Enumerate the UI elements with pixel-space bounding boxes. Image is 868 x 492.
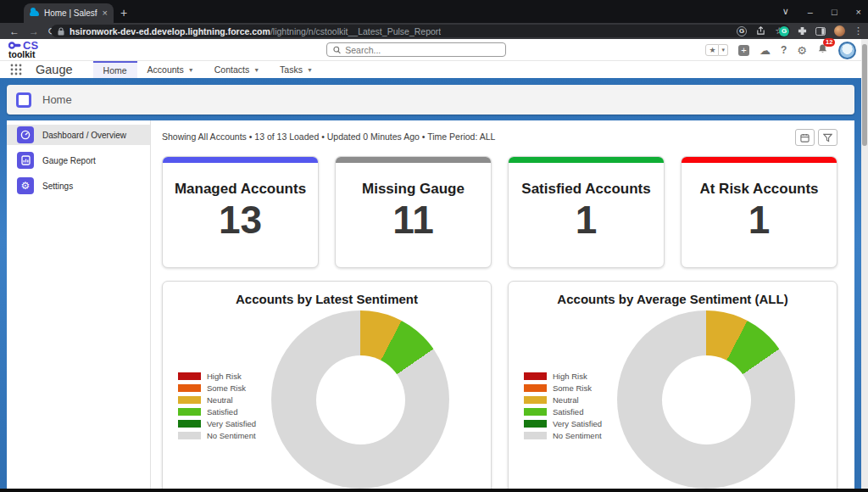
chart-latest-sentiment: Accounts by Latest Sentiment High RiskSo… (162, 281, 492, 489)
window-controls: ∨ – □ × (782, 0, 861, 23)
page-header-banner: Home (7, 85, 854, 115)
favorites-combo-button[interactable]: ★▾ (705, 44, 728, 56)
app-name: Gauge (36, 63, 73, 78)
gear-icon: ⚙ (17, 177, 34, 194)
content-panel: Dashboard / Overview Gauge Report ⚙ Sett… (7, 120, 854, 489)
legend-label: No Sentiment (553, 431, 602, 440)
header-actions: ★▾ + ☁ ? ⚙ 12 (705, 39, 856, 61)
favorites-star-icon[interactable]: ★ (705, 44, 719, 56)
google-icon[interactable]: G (737, 26, 747, 36)
back-icon[interactable]: ← (9, 26, 19, 36)
window-maximize-icon[interactable]: □ (832, 7, 837, 17)
wrench-icon (8, 42, 21, 49)
stat-card-label: At Risk Accounts (682, 181, 837, 198)
window-close-icon[interactable]: × (856, 7, 861, 17)
stat-card-at-risk-accounts: At Risk Accounts 1 (681, 156, 837, 268)
forward-icon[interactable]: → (29, 26, 39, 36)
tab-accounts[interactable]: Accounts ▼ (137, 61, 204, 78)
new-tab-button[interactable]: + (120, 4, 127, 21)
grammarly-extension-icon[interactable]: G (779, 26, 789, 36)
stat-card-value: 1 (509, 200, 664, 239)
legend-label: Some Risk (553, 383, 592, 393)
legend-swatch-icon (524, 384, 547, 392)
stat-card-value: 13 (163, 200, 318, 239)
legend-item: Some Risk (524, 383, 602, 393)
legend-label: Neutral (553, 395, 579, 405)
app-launcher-waffle-icon[interactable] (10, 64, 22, 75)
legend-label: High Risk (207, 372, 242, 381)
filter-button[interactable] (818, 129, 837, 146)
puzzle-extensions-icon[interactable] (798, 26, 807, 36)
legend-label: No Sentiment (207, 431, 256, 440)
legend-label: Neutral (207, 395, 233, 405)
window-menu-chevron-icon[interactable]: ∨ (782, 6, 789, 17)
date-range-button[interactable] (795, 129, 815, 146)
legend-swatch-icon (178, 396, 201, 404)
browser-menu-icon[interactable]: ⋮ (854, 25, 863, 36)
scrollbar-thumb[interactable] (862, 44, 867, 146)
tab-label: Tasks (280, 64, 303, 75)
url-path: /lightning/n/cstoolkit__Latest_Pulse_Rep… (270, 26, 441, 36)
legend-label: Very Satisfied (207, 419, 256, 428)
environment-cloud-icon[interactable]: ☁ (760, 45, 771, 56)
legend-item: Neutral (178, 395, 256, 405)
sidebar-item-dashboard-overview[interactable]: Dashboard / Overview (7, 125, 150, 145)
legend-label: Very Satisfied (553, 419, 602, 428)
browser-profile-avatar[interactable] (834, 25, 845, 36)
donut (271, 310, 449, 489)
browser-window: Home | Salesforce × + ∨ – □ × ← → ⟳ hsir… (0, 0, 868, 492)
bottom-edge (0, 489, 868, 492)
stat-card-managed-accounts: Managed Accounts 13 (162, 156, 319, 268)
share-icon[interactable] (756, 26, 765, 36)
chevron-down-icon[interactable]: ▼ (188, 67, 194, 73)
chart-legend: High RiskSome RiskNeutralSatisfiedVery S… (178, 372, 256, 443)
setup-gear-icon[interactable]: ⚙ (797, 45, 807, 56)
card-accent-bar (163, 157, 318, 163)
url-text: hsironwork-dev-ed.develop.lightning.forc… (70, 26, 441, 36)
notification-badge: 12 (823, 38, 835, 47)
sidebar-item-settings[interactable]: ⚙ Settings (7, 176, 150, 196)
calendar-icon (800, 133, 810, 143)
browser-tab[interactable]: Home | Salesforce × (24, 3, 114, 23)
tab-home[interactable]: Home (93, 61, 137, 78)
tab-close-icon[interactable]: × (103, 8, 108, 18)
legend-swatch-icon (524, 432, 547, 439)
user-avatar[interactable] (838, 42, 856, 59)
browser-toolbar: ← → ⟳ hsironwork-dev-ed.develop.lightnin… (0, 23, 868, 39)
chart-title: Accounts by Latest Sentiment (163, 292, 491, 306)
chevron-down-icon[interactable]: ▼ (253, 67, 259, 73)
side-panel-icon[interactable] (815, 27, 826, 36)
legend-item: Very Satisfied (178, 419, 256, 428)
page-title: Home (42, 93, 72, 106)
notifications-button[interactable]: 12 (817, 42, 828, 58)
legend-item: No Sentiment (178, 431, 256, 440)
tab-tasks[interactable]: Tasks ▼ (270, 61, 323, 78)
dashboard-main: Showing All Accounts • 13 of 13 Loaded •… (151, 120, 854, 489)
favorites-chevron-icon[interactable]: ▾ (719, 44, 728, 56)
chevron-down-icon[interactable]: ▼ (307, 67, 313, 73)
legend-item: Very Satisfied (524, 419, 602, 428)
stat-card-value: 1 (682, 200, 837, 239)
sidebar-item-gauge-report[interactable]: Gauge Report (7, 150, 150, 171)
window-minimize-icon[interactable]: – (808, 7, 813, 17)
chart-average-sentiment: Accounts by Average Sentiment (ALL) High… (508, 281, 837, 489)
global-actions-icon[interactable]: + (738, 45, 749, 56)
card-accent-bar (509, 157, 664, 163)
help-icon[interactable]: ? (781, 45, 787, 55)
legend-swatch-icon (178, 420, 201, 428)
tab-contacts[interactable]: Contacts ▼ (204, 61, 270, 78)
legend-swatch-icon (524, 420, 547, 428)
global-search[interactable] (326, 42, 506, 57)
legend-label: Some Risk (207, 383, 246, 393)
tab-label: Accounts (147, 64, 184, 75)
cs-toolkit-logo: CS toolkit (8, 40, 38, 59)
legend-swatch-icon (524, 372, 547, 380)
stat-card-row: Managed Accounts 13 Missing Gauge 11 Sat… (162, 156, 837, 268)
page-scrollbar[interactable] (861, 39, 868, 489)
search-input[interactable] (345, 45, 499, 55)
legend-label: High Risk (553, 372, 587, 381)
url-bar[interactable]: hsironwork-dev-ed.develop.lightning.forc… (51, 25, 790, 37)
legend-item: Some Risk (178, 383, 256, 393)
report-icon (17, 152, 34, 169)
sidebar: Dashboard / Overview Gauge Report ⚙ Sett… (7, 120, 151, 489)
